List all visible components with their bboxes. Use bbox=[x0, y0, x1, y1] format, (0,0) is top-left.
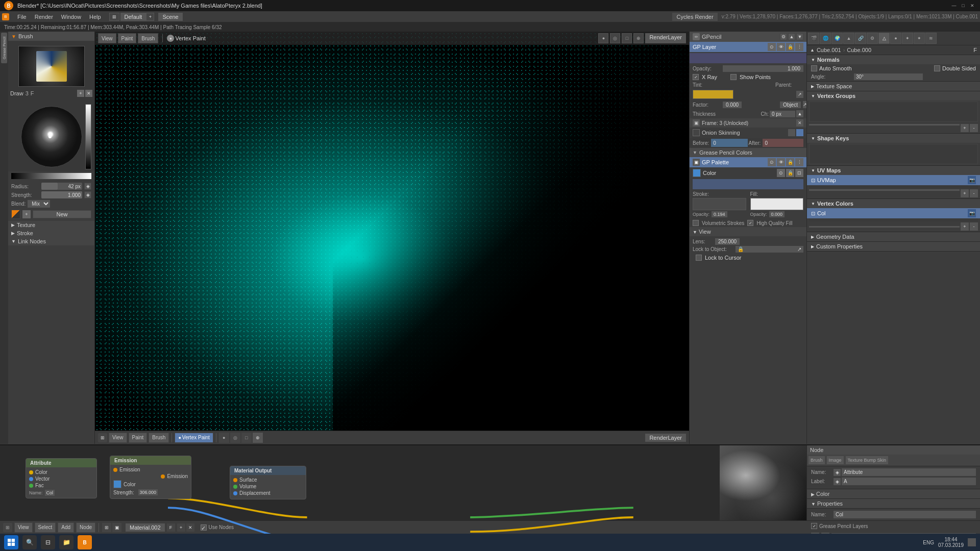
gp-layers-checkbox[interactable]: ✓ bbox=[811, 523, 817, 529]
palette-lock-btn[interactable]: 🔒 bbox=[786, 158, 794, 166]
thickness-up-btn[interactable]: ▲ bbox=[796, 110, 803, 117]
attr-name-value[interactable]: Col bbox=[45, 490, 55, 496]
fill-color-swatch[interactable] bbox=[750, 198, 804, 210]
stroke-color-swatch[interactable] bbox=[693, 198, 746, 210]
shape-keys-header[interactable]: ▼ Shape Keys bbox=[807, 134, 980, 143]
node-layout-btn[interactable]: ▣ bbox=[112, 523, 121, 532]
show-desktop-btn[interactable] bbox=[968, 538, 976, 546]
xray-checkbox[interactable]: ✓ bbox=[693, 74, 699, 80]
minimize-button[interactable]: — bbox=[950, 2, 958, 9]
viewport-icon-2[interactable]: ◎ bbox=[610, 33, 620, 43]
texture-section-header[interactable]: ▶ Texture bbox=[8, 221, 94, 229]
props-tab-render[interactable]: 🎬 bbox=[808, 33, 819, 44]
vertex-colors-header[interactable]: ▼ Vertex Colors bbox=[807, 199, 980, 208]
explorer-btn[interactable]: 📁 bbox=[59, 535, 74, 549]
onion-checkbox[interactable] bbox=[693, 129, 700, 136]
node-editor-main[interactable]: Attribute Color Vector Fac bbox=[0, 445, 720, 520]
emission-color-swatch[interactable] bbox=[113, 480, 121, 488]
node-texture-tab[interactable]: Texture Bump Skin bbox=[845, 456, 889, 465]
start-btn[interactable] bbox=[4, 535, 18, 549]
show-points-checkbox[interactable] bbox=[730, 74, 737, 80]
node-props-name-input[interactable] bbox=[834, 511, 976, 518]
breadcrumb-1[interactable]: Cube.001 bbox=[817, 47, 841, 53]
props-tab-texture[interactable]: ✦ bbox=[902, 33, 913, 44]
props-tab-constraints[interactable]: 🔗 bbox=[855, 33, 866, 44]
vol-strokes-checkbox[interactable] bbox=[693, 220, 699, 226]
palette-settings-btn[interactable]: ⊙ bbox=[768, 158, 776, 166]
radius-toggle[interactable]: ◈ bbox=[84, 183, 91, 190]
props-tab-physics[interactable]: ≋ bbox=[925, 33, 937, 44]
shape-keys-list[interactable] bbox=[809, 144, 978, 164]
scene-selector[interactable]: Scene bbox=[158, 13, 182, 21]
color-eye-btn[interactable]: ⊙ bbox=[777, 169, 785, 177]
breadcrumb-2[interactable]: Cube.000 bbox=[847, 47, 871, 53]
material-output-node[interactable]: Material Output Surface Volume Displacem… bbox=[230, 466, 306, 499]
vp-render-btn[interactable]: ⊕ bbox=[253, 433, 263, 443]
vg-remove-btn[interactable]: - bbox=[970, 124, 978, 132]
vp-solid-btn[interactable]: ● bbox=[219, 433, 229, 443]
strength-slider[interactable]: 1.000 bbox=[41, 191, 82, 198]
normals-section-header[interactable]: ▼ Normals bbox=[807, 55, 980, 64]
color-swatch-btn[interactable] bbox=[11, 210, 20, 219]
workspace-add-btn[interactable]: + bbox=[146, 13, 154, 21]
vp-brush-btn[interactable]: Brush bbox=[149, 433, 169, 443]
props-tab-world[interactable]: 🌍 bbox=[831, 33, 843, 44]
vertex-groups-list[interactable] bbox=[809, 102, 978, 122]
node-properties-header[interactable]: ▼ Properties bbox=[807, 499, 980, 509]
node-image-tab[interactable]: Image bbox=[826, 456, 844, 465]
vc-camera-btn[interactable]: 📷 bbox=[968, 209, 976, 217]
select-btn[interactable]: Select bbox=[35, 522, 56, 533]
props-tab-modifiers[interactable]: ⚙ bbox=[867, 33, 878, 44]
blender-taskbar-btn[interactable]: B bbox=[78, 535, 92, 549]
thickness-value[interactable]: 0 px bbox=[770, 111, 795, 117]
search-taskbar-btn[interactable]: 🔍 bbox=[22, 535, 37, 549]
uv-maps-header[interactable]: ▼ UV Maps bbox=[807, 166, 980, 175]
geometry-data-header[interactable]: ▶ Geometry Data bbox=[807, 232, 980, 241]
attribute-node[interactable]: Attribute Color Vector Fac bbox=[26, 458, 97, 498]
emission-strength-value[interactable]: 306.000 bbox=[138, 489, 158, 495]
layer-options-btn[interactable]: ⋮ bbox=[795, 43, 803, 51]
custom-props-header[interactable]: ▶ Custom Properties bbox=[807, 242, 980, 251]
gp-up-btn[interactable]: ▲ bbox=[788, 33, 795, 40]
grease-pencil-tab[interactable]: Grease Pencil bbox=[1, 33, 7, 63]
node-color-header[interactable]: ▶ Color bbox=[807, 489, 980, 499]
vp-view-btn[interactable]: View bbox=[109, 433, 127, 443]
gp-settings-btn[interactable]: ⚙ bbox=[780, 33, 787, 40]
material-remove-btn[interactable]: ✕ bbox=[186, 523, 194, 532]
radius-slider[interactable]: 42 px bbox=[41, 183, 82, 190]
window-menu[interactable]: Window bbox=[57, 13, 85, 21]
link-nodes-section-header[interactable]: ▼ Link Nodes bbox=[8, 237, 94, 245]
brush-menu-btn[interactable]: Brush bbox=[138, 33, 158, 43]
emission-node[interactable]: Emission Emission Emission Color bbox=[110, 456, 191, 499]
hq-fill-checkbox[interactable]: ✓ bbox=[747, 220, 753, 226]
parent-link-icon[interactable]: ↗ bbox=[803, 101, 806, 108]
auto-smooth-checkbox[interactable] bbox=[811, 65, 817, 71]
angle-input[interactable] bbox=[854, 73, 923, 80]
file-menu[interactable]: File bbox=[13, 13, 31, 21]
color-add-btn[interactable]: + bbox=[22, 210, 31, 218]
render-layer-selector[interactable]: RenderLayer bbox=[645, 434, 686, 442]
view-section-header[interactable]: ▼ View bbox=[690, 227, 806, 236]
new-brush-btn[interactable]: New bbox=[33, 210, 91, 218]
fill-opacity-value[interactable]: 0.000 bbox=[769, 211, 785, 217]
viewport[interactable]: View Paint Brush ● Vertex Paint ● ◎ □ ⊕ … bbox=[95, 32, 689, 444]
color-active-swatch[interactable] bbox=[693, 169, 701, 177]
uv-add-btn[interactable]: + bbox=[961, 189, 969, 197]
parent-link-btn[interactable]: ↗ bbox=[796, 91, 803, 98]
gp-down-btn[interactable]: ▼ bbox=[796, 33, 803, 40]
view-menu-btn[interactable]: View bbox=[98, 33, 116, 43]
brush-add-btn[interactable]: + bbox=[77, 90, 84, 97]
onion-options-btn[interactable] bbox=[788, 129, 795, 136]
taskview-btn[interactable]: ⊟ bbox=[41, 535, 55, 549]
workspace-icon[interactable]: ⊞ bbox=[109, 13, 119, 21]
uv-remove-btn[interactable]: - bbox=[970, 189, 978, 197]
after-value[interactable]: 0 bbox=[763, 139, 803, 147]
before-value[interactable]: 0 bbox=[711, 139, 747, 147]
viewport-icon-1[interactable]: ● bbox=[598, 33, 608, 43]
stroke-opacity-value[interactable]: 0.194 bbox=[712, 211, 727, 217]
props-tab-data[interactable]: △ bbox=[878, 33, 890, 44]
vp-paint-btn[interactable]: Paint bbox=[129, 433, 148, 443]
viewport-icon-4[interactable]: ⊕ bbox=[633, 33, 644, 43]
color-lock-btn[interactable]: 🔒 bbox=[786, 169, 794, 177]
view-btn[interactable]: View bbox=[14, 522, 33, 533]
